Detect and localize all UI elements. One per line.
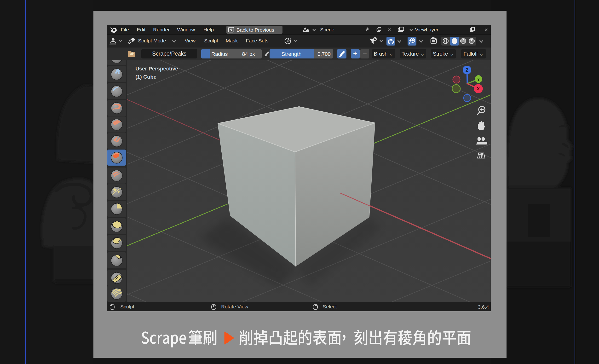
svg-text:X: X [477, 87, 480, 91]
svg-text:(1) Cube: (1) Cube [135, 74, 157, 80]
svg-text:Y: Y [477, 77, 480, 82]
svg-text:Z: Z [466, 67, 468, 73]
svg-text:User Perspective: User Perspective [135, 66, 178, 72]
